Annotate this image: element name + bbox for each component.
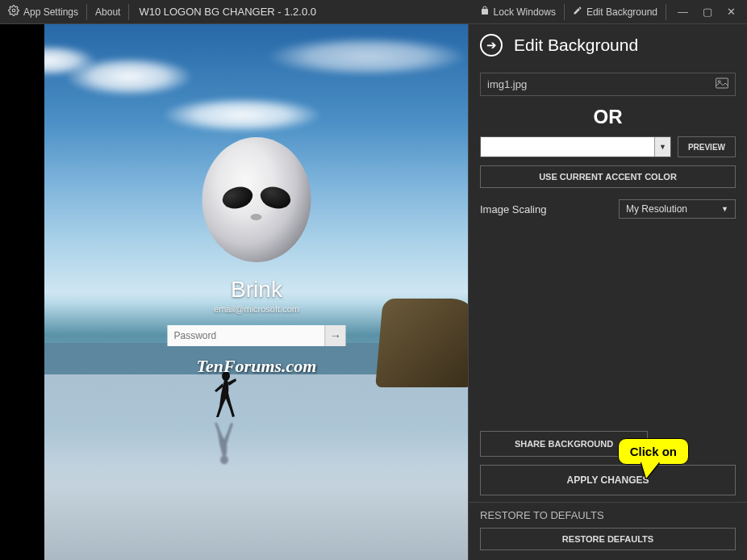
- panel-title: Edit Background: [514, 36, 638, 55]
- username: Brink: [231, 277, 282, 303]
- svg-rect-3: [716, 78, 728, 88]
- user-avatar: [202, 137, 311, 262]
- app-settings-label: App Settings: [23, 6, 78, 18]
- titlebar: App Settings About W10 LOGON BG CHANGER …: [0, 0, 747, 24]
- or-divider: OR: [480, 106, 736, 128]
- chevron-down-icon: ▼: [721, 205, 728, 213]
- about-menu[interactable]: About: [87, 4, 129, 20]
- apply-changes-button[interactable]: APPLY CHANGES: [480, 465, 736, 495]
- scaling-label: Image Scaling: [480, 203, 546, 215]
- login-preview: Brink email@microsoft.com → TenForums.co…: [0, 24, 468, 560]
- use-accent-color-button[interactable]: USE CURRENT ACCENT COLOR: [480, 165, 736, 188]
- arrow-circle-icon: ➔: [480, 34, 503, 56]
- edit-background-button[interactable]: Edit Background: [565, 4, 666, 20]
- svg-point-0: [12, 9, 15, 12]
- lock-windows-button[interactable]: Lock Windows: [472, 4, 565, 20]
- app-title: W10 LOGON BG CHANGER - 1.2.0.0: [129, 6, 326, 18]
- arrow-right-icon: →: [330, 329, 341, 342]
- lock-windows-label: Lock Windows: [494, 6, 556, 18]
- svg-point-2: [220, 456, 228, 465]
- edit-icon: [573, 6, 582, 18]
- image-path-value: img1.jpg: [487, 78, 527, 90]
- scaling-dropdown[interactable]: My Resolution ▼: [619, 199, 736, 219]
- password-submit-button[interactable]: →: [325, 325, 346, 346]
- close-button[interactable]: ✕: [727, 6, 736, 18]
- watermark: TenForums.com: [197, 356, 317, 377]
- edit-panel: ➔ Edit Background img1.jpg OR ▼ PREVIEW …: [468, 24, 747, 560]
- password-input[interactable]: [168, 325, 325, 346]
- runner-silhouette: [210, 370, 238, 419]
- maximize-button[interactable]: ▢: [703, 6, 712, 18]
- scaling-value: My Resolution: [626, 203, 687, 215]
- restore-defaults-button[interactable]: RESTORE DEFAULTS: [480, 528, 736, 550]
- image-path-field[interactable]: img1.jpg: [480, 73, 736, 96]
- about-label: About: [95, 6, 120, 18]
- app-settings-menu[interactable]: App Settings: [0, 4, 87, 20]
- callout-annotation: Click on: [618, 438, 689, 465]
- gear-icon: [8, 5, 19, 19]
- user-email: email@microsoft.com: [214, 304, 299, 314]
- image-icon: [716, 77, 728, 91]
- color-dropdown[interactable]: ▼: [480, 136, 671, 157]
- minimize-button[interactable]: —: [678, 6, 688, 18]
- chevron-down-icon: ▼: [654, 137, 670, 157]
- lock-icon: [480, 6, 490, 18]
- restore-section-title: RESTORE TO DEFAULTS: [480, 509, 736, 521]
- preview-button[interactable]: PREVIEW: [678, 136, 736, 157]
- edit-background-label: Edit Background: [586, 6, 657, 18]
